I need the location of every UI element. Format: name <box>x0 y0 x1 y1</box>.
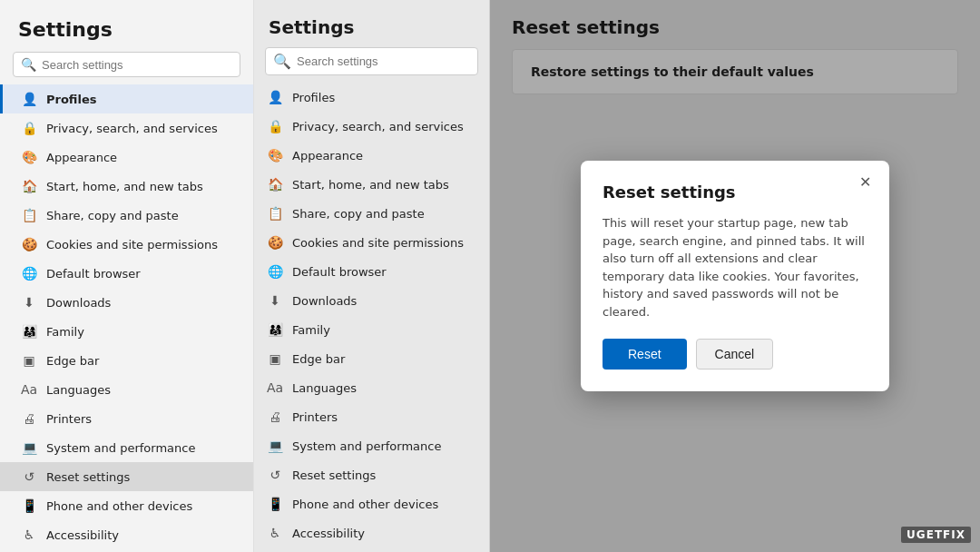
sidebar-item-default-browser[interactable]: 🌐 Default browser <box>0 259 253 288</box>
sidebar-label-languages: Languages <box>46 383 111 397</box>
sidebar-item-family[interactable]: 👨‍👩‍👧 Family <box>0 317 253 346</box>
sidebar-icon-share: 📋 <box>21 207 37 223</box>
middle-icon-phone: 📱 <box>267 496 283 512</box>
sidebar-icon-downloads: ⬇ <box>21 294 37 310</box>
sidebar-item-start-home[interactable]: 🏠 Start, home, and new tabs <box>0 172 253 201</box>
middle-label-printers: Printers <box>292 410 338 424</box>
sidebar-icon-edge-bar: ▣ <box>21 352 37 369</box>
middle-item-profiles[interactable]: 👤 Profiles <box>254 83 489 112</box>
middle-search-input[interactable] <box>297 54 470 68</box>
sidebar-label-privacy: Privacy, search, and services <box>46 122 218 135</box>
sidebar-label-edge-bar: Edge bar <box>46 354 99 368</box>
sidebar-item-privacy[interactable]: 🔒 Privacy, search, and services <box>0 113 253 143</box>
sidebar-item-share[interactable]: 📋 Share, copy and paste <box>0 201 253 230</box>
sidebar-item-languages[interactable]: Aa Languages <box>0 375 253 404</box>
modal-body: This will reset your startup page, new t… <box>603 214 867 320</box>
middle-item-appearance[interactable]: 🎨 Appearance <box>254 141 489 170</box>
sidebar-icon-accessibility: ♿ <box>21 527 37 543</box>
sidebar-label-appearance: Appearance <box>46 151 117 164</box>
middle-icon-reset: ↺ <box>267 467 283 483</box>
sidebar-label-printers: Printers <box>46 412 92 426</box>
middle-icon-accessibility: ♿ <box>267 525 283 541</box>
sidebar-icon-phone: 📱 <box>21 498 37 514</box>
modal-close-button[interactable]: ✕ <box>854 172 877 192</box>
middle-icon-system: 💻 <box>267 438 283 454</box>
cancel-button[interactable]: Cancel <box>696 339 774 370</box>
middle-search-container[interactable]: 🔍 <box>265 47 478 75</box>
middle-title: Settings <box>254 0 489 47</box>
modal-actions: Reset Cancel <box>603 339 867 370</box>
middle-icon-downloads: ⬇ <box>267 292 283 309</box>
sidebar-item-edge-bar[interactable]: ▣ Edge bar <box>0 346 253 375</box>
middle-item-languages[interactable]: Aa Languages <box>254 373 489 402</box>
middle-icon-appearance: 🎨 <box>267 147 283 163</box>
sidebar-item-phone[interactable]: 📱 Phone and other devices <box>0 491 253 520</box>
sidebar-icon-languages: Aa <box>21 381 37 398</box>
middle-label-system: System and performance <box>292 439 441 453</box>
middle-item-cookies[interactable]: 🍪 Cookies and site permissions <box>254 228 489 257</box>
middle-item-family[interactable]: 👨‍👩‍👧 Family <box>254 315 489 344</box>
middle-label-accessibility: Accessibility <box>292 527 365 540</box>
middle-icon-privacy: 🔒 <box>267 118 283 134</box>
middle-icon-cookies: 🍪 <box>267 234 283 251</box>
middle-icon-share: 📋 <box>267 205 283 222</box>
sidebar-item-reset[interactable]: ↺ Reset settings <box>0 462 253 491</box>
middle-item-downloads[interactable]: ⬇ Downloads <box>254 286 489 315</box>
middle-label-cookies: Cookies and site permissions <box>292 236 464 250</box>
middle-item-privacy[interactable]: 🔒 Privacy, search, and services <box>254 112 489 141</box>
watermark: UGETFIX <box>901 527 971 543</box>
middle-item-about[interactable]: ⊕ About Microsoft Edge <box>254 547 489 552</box>
sidebar-label-profiles: Profiles <box>46 93 97 106</box>
sidebar-item-system[interactable]: 💻 System and performance <box>0 433 253 462</box>
middle-label-languages: Languages <box>292 381 357 395</box>
sidebar-label-start-home: Start, home, and new tabs <box>46 180 203 193</box>
middle-item-default-browser[interactable]: 🌐 Default browser <box>254 257 489 286</box>
right-panel: Reset settings Restore settings to their… <box>490 0 980 552</box>
sidebar-icon-system: 💻 <box>21 439 37 456</box>
middle-item-reset[interactable]: ↺ Reset settings <box>254 460 489 489</box>
sidebar-search-icon: 🔍 <box>21 57 36 72</box>
middle-label-family: Family <box>292 323 330 337</box>
middle-label-default-browser: Default browser <box>292 265 387 279</box>
reset-settings-modal: ✕ Reset settings This will reset your st… <box>581 161 889 391</box>
sidebar-item-accessibility[interactable]: ♿ Accessibility <box>0 520 253 549</box>
sidebar-item-downloads[interactable]: ⬇ Downloads <box>0 288 253 317</box>
middle-item-share[interactable]: 📋 Share, copy and paste <box>254 199 489 228</box>
sidebar-label-cookies: Cookies and site permissions <box>46 238 218 251</box>
middle-item-accessibility[interactable]: ♿ Accessibility <box>254 518 489 547</box>
middle-item-phone[interactable]: 📱 Phone and other devices <box>254 489 489 518</box>
middle-icon-languages: Aa <box>267 380 283 396</box>
sidebar: Settings 🔍 👤 Profiles 🔒 Privacy, search,… <box>0 0 254 552</box>
sidebar-icon-appearance: 🎨 <box>21 149 37 165</box>
middle-label-start-home: Start, home, and new tabs <box>292 178 449 192</box>
middle-item-start-home[interactable]: 🏠 Start, home, and new tabs <box>254 170 489 199</box>
sidebar-item-appearance[interactable]: 🎨 Appearance <box>0 143 253 172</box>
sidebar-icon-family: 👨‍👩‍👧 <box>21 323 37 340</box>
middle-label-privacy: Privacy, search, and services <box>292 120 464 133</box>
middle-item-system[interactable]: 💻 System and performance <box>254 431 489 460</box>
middle-icon-start-home: 🏠 <box>267 176 283 192</box>
middle-icon-profiles: 👤 <box>267 89 283 105</box>
sidebar-item-cookies[interactable]: 🍪 Cookies and site permissions <box>0 230 253 259</box>
sidebar-label-share: Share, copy and paste <box>46 209 179 222</box>
sidebar-icon-reset: ↺ <box>21 468 37 485</box>
middle-panel: Settings 🔍 👤 Profiles 🔒 Privacy, search,… <box>254 0 490 552</box>
sidebar-label-system: System and performance <box>46 441 195 455</box>
sidebar-label-default-browser: Default browser <box>46 267 141 281</box>
sidebar-label-reset: Reset settings <box>46 470 130 484</box>
sidebar-search-input[interactable] <box>42 58 232 72</box>
middle-icon-family: 👨‍👩‍👧 <box>267 321 283 338</box>
sidebar-icon-printers: 🖨 <box>21 410 37 427</box>
sidebar-icon-cookies: 🍪 <box>21 236 37 252</box>
sidebar-icon-default-browser: 🌐 <box>21 265 37 281</box>
middle-icon-printers: 🖨 <box>267 409 283 425</box>
reset-button[interactable]: Reset <box>603 339 687 370</box>
middle-label-reset: Reset settings <box>292 468 376 482</box>
sidebar-item-profiles[interactable]: 👤 Profiles <box>0 84 253 113</box>
middle-item-edge-bar[interactable]: ▣ Edge bar <box>254 344 489 373</box>
middle-label-downloads: Downloads <box>292 294 357 308</box>
middle-label-edge-bar: Edge bar <box>292 352 345 366</box>
sidebar-item-printers[interactable]: 🖨 Printers <box>0 404 253 433</box>
sidebar-search-container[interactable]: 🔍 <box>13 52 240 77</box>
middle-item-printers[interactable]: 🖨 Printers <box>254 402 489 431</box>
